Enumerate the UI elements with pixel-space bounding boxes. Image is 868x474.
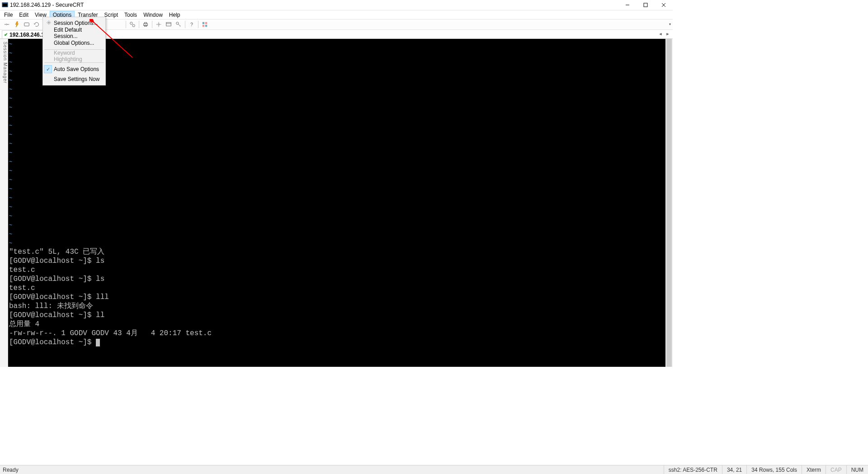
options-dropdown: Session Options...Edit Default Session..… xyxy=(42,17,106,85)
help-icon[interactable]: ? xyxy=(187,20,196,29)
dropdown-separator xyxy=(44,62,104,63)
app-icon xyxy=(2,2,8,8)
session-manager-tab[interactable]: Session Manager xyxy=(0,39,8,367)
menu-help[interactable]: Help xyxy=(166,11,184,19)
check-icon: ✓ xyxy=(44,65,52,73)
svg-rect-6 xyxy=(24,23,29,26)
tab-next-icon[interactable]: ► xyxy=(665,31,671,37)
dropdown-item-auto-save-options[interactable]: ✓Auto Save Options xyxy=(44,64,104,74)
toolbar-separator xyxy=(126,21,126,28)
svg-point-9 xyxy=(132,24,135,27)
toolbar-overflow-icon[interactable]: ▾ xyxy=(669,22,671,26)
print-icon[interactable] xyxy=(141,20,150,29)
gear-icon xyxy=(45,20,52,26)
svg-rect-14 xyxy=(166,23,171,26)
tab-prev-icon[interactable]: ◄ xyxy=(657,31,664,37)
titlebar: 192.168.246.129 - SecureCRT xyxy=(0,0,673,10)
connect-icon[interactable] xyxy=(2,20,11,29)
svg-rect-19 xyxy=(205,22,207,24)
svg-point-13 xyxy=(158,24,160,25)
svg-point-8 xyxy=(130,22,132,24)
connect-bar-icon[interactable] xyxy=(22,20,31,29)
dropdown-item-label: Save Settings Now xyxy=(54,76,99,82)
dropdown-item-label: Session Options... xyxy=(54,20,98,26)
dropdown-item-global-options[interactable]: Global Options... xyxy=(44,38,104,48)
session-icon[interactable] xyxy=(164,20,173,29)
dropdown-item-keyword-highlighting: Keyword Highlighting xyxy=(44,51,104,61)
dropdown-item-edit-default-session[interactable]: Edit Default Session... xyxy=(44,28,104,38)
toolbar-separator xyxy=(185,21,185,28)
dropdown-item-label: Global Options... xyxy=(54,40,94,46)
connected-icon: ✔ xyxy=(4,32,8,37)
toolbar-separator xyxy=(152,21,152,28)
dropdown-item-label: Edit Default Session... xyxy=(54,27,104,39)
svg-rect-21 xyxy=(205,25,207,27)
toolbar-separator xyxy=(198,21,198,28)
grid-icon[interactable] xyxy=(200,20,209,29)
menu-tools[interactable]: Tools xyxy=(121,11,140,19)
svg-text:?: ? xyxy=(191,22,193,27)
minimize-button[interactable] xyxy=(618,0,637,10)
svg-rect-11 xyxy=(145,23,147,24)
svg-rect-3 xyxy=(644,3,647,7)
menu-edit[interactable]: Edit xyxy=(16,11,32,19)
session-tab[interactable]: ✔ 192.168.246.1 xyxy=(2,30,48,38)
svg-rect-20 xyxy=(203,25,204,27)
reconnect-icon[interactable] xyxy=(32,20,41,29)
svg-rect-1 xyxy=(3,4,8,7)
key-icon[interactable] xyxy=(174,20,183,29)
toolbar-separator xyxy=(139,21,139,28)
svg-rect-18 xyxy=(203,22,204,24)
terminal-pane[interactable]: ~ ~ ~ ~ ~ ~ ~ ~ ~ ~ ~ ~ ~ ~ ~ ~ ~ ~ ~ ~ … xyxy=(8,39,673,367)
window-title: 192.168.246.129 - SecureCRT xyxy=(10,2,84,8)
find-icon[interactable] xyxy=(128,20,137,29)
svg-point-22 xyxy=(48,22,50,24)
menu-window[interactable]: Window xyxy=(140,11,166,19)
close-button[interactable] xyxy=(655,0,673,10)
terminal-output[interactable]: ~ ~ ~ ~ ~ ~ ~ ~ ~ ~ ~ ~ ~ ~ ~ ~ ~ ~ ~ ~ … xyxy=(8,39,673,367)
terminal-scrollbar[interactable] xyxy=(665,39,673,367)
dropdown-item-label: Auto Save Options xyxy=(54,66,99,72)
dropdown-item-label: Keyword Highlighting xyxy=(54,50,104,62)
maximize-button[interactable] xyxy=(637,0,655,10)
settings-icon[interactable] xyxy=(154,20,163,29)
menu-file[interactable]: File xyxy=(1,11,16,19)
quick-connect-icon[interactable] xyxy=(12,20,21,29)
dropdown-item-save-settings-now[interactable]: Save Settings Now xyxy=(44,74,104,84)
tab-label: 192.168.246.1 xyxy=(9,32,44,38)
